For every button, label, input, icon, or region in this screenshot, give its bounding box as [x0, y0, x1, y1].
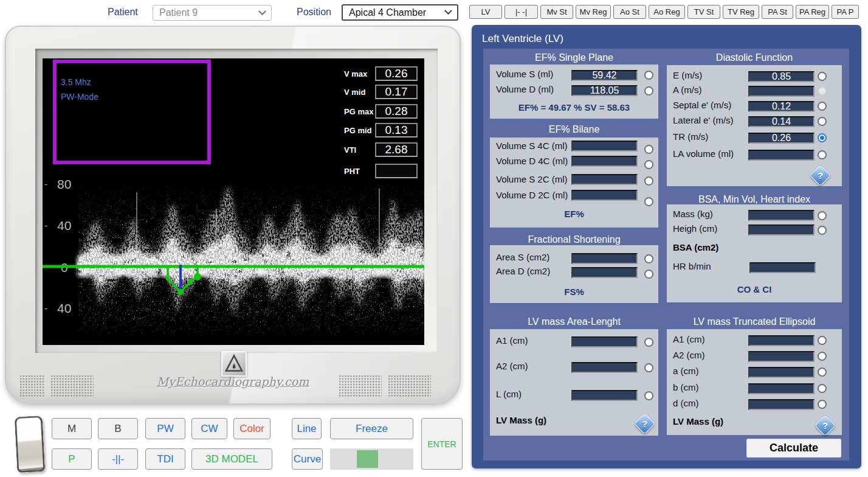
- pw-button[interactable]: PW: [145, 418, 185, 439]
- curve-button[interactable]: Curve: [292, 448, 323, 470]
- field-radio[interactable]: [818, 384, 827, 393]
- measurement-value-v-mid[interactable]: 0.17: [375, 85, 418, 99]
- field-label: A1 (cm): [496, 335, 528, 346]
- field-radio[interactable]: [818, 400, 827, 409]
- field-input[interactable]: [748, 150, 815, 161]
- field-input[interactable]: 59.42: [571, 70, 638, 81]
- mode-button-tv-reg[interactable]: TV Reg: [723, 5, 759, 19]
- trace-handle[interactable]: [188, 280, 193, 285]
- field-radio[interactable]: [818, 133, 827, 142]
- patient-select[interactable]: Patient 9: [153, 5, 272, 21]
- measurement-value-pg-mid[interactable]: 0.13: [375, 123, 418, 138]
- p-button[interactable]: P: [52, 448, 92, 470]
- doppler-baseline[interactable]: [43, 265, 424, 268]
- field-input[interactable]: [571, 267, 638, 278]
- field-radio[interactable]: [644, 145, 653, 154]
- help-icon[interactable]: ?: [634, 413, 655, 434]
- field-radio[interactable]: [644, 197, 653, 206]
- field-radio[interactable]: [644, 71, 653, 80]
- field-input[interactable]: 0.85: [748, 71, 815, 82]
- color-button[interactable]: Color: [233, 418, 270, 439]
- ultrasound-probe[interactable]: [15, 416, 46, 473]
- mode-button-pa-reg[interactable]: PA Reg: [796, 5, 829, 19]
- field-input[interactable]: [571, 362, 638, 373]
- m-button-label: M: [67, 423, 76, 435]
- mode-button-calipers[interactable]: |- -|: [505, 5, 538, 19]
- m-button[interactable]: M: [52, 418, 92, 439]
- mode-button-pa-st[interactable]: PA St: [762, 5, 793, 19]
- field-input[interactable]: 0.12: [748, 101, 815, 112]
- gain-slider[interactable]: [330, 448, 413, 470]
- field-radio[interactable]: [818, 117, 827, 126]
- hr-input[interactable]: [749, 262, 816, 273]
- field-radio[interactable]: [644, 363, 653, 372]
- field-radio[interactable]: [644, 160, 653, 169]
- field-label: Volume D 2C (ml): [496, 190, 568, 200]
- field-radio[interactable]: [644, 391, 653, 400]
- field-input[interactable]: 0.14: [748, 116, 815, 127]
- cw-button[interactable]: CW: [191, 418, 227, 439]
- mode-button-ao-st[interactable]: Ao St: [613, 5, 646, 19]
- help-icon[interactable]: ?: [815, 415, 836, 436]
- field-radio[interactable]: [644, 86, 653, 96]
- field-radio[interactable]: [818, 102, 827, 111]
- line-button[interactable]: Line: [292, 418, 322, 439]
- field-input[interactable]: [571, 141, 638, 151]
- measurement-value-vti[interactable]: 2.68: [375, 142, 418, 157]
- field-input[interactable]: [571, 156, 638, 167]
- field-input[interactable]: [748, 225, 815, 235]
- field-radio[interactable]: [644, 270, 653, 279]
- field-input[interactable]: [748, 383, 815, 394]
- measurement-value-pht[interactable]: [375, 164, 418, 178]
- help-icon[interactable]: ?: [810, 165, 831, 186]
- field-input[interactable]: [748, 86, 815, 97]
- calculate-button[interactable]: Calculate: [746, 439, 841, 458]
- field-radio[interactable]: [644, 338, 653, 347]
- field-input[interactable]: [571, 336, 638, 347]
- gain-slider-handle[interactable]: [357, 450, 378, 468]
- field-radio[interactable]: [818, 86, 827, 96]
- field-radio[interactable]: [818, 72, 827, 81]
- mode-button-lv[interactable]: LV: [469, 5, 502, 19]
- field-input[interactable]: [571, 390, 638, 401]
- mode-button-tv-st[interactable]: TV St: [687, 5, 720, 19]
- measurement-value-v-max[interactable]: 0.26: [375, 66, 418, 81]
- field-input[interactable]: [571, 190, 638, 201]
- trace-handle[interactable]: [166, 277, 170, 280]
- mode-button-mv-st[interactable]: Mv St: [540, 5, 573, 19]
- trace-handle[interactable]: [194, 273, 201, 280]
- b-button[interactable]: B: [98, 418, 138, 439]
- field-input[interactable]: [748, 210, 815, 221]
- field-radio[interactable]: [818, 150, 827, 159]
- field-label: A2 (cm): [496, 361, 528, 371]
- result-ef-sv: EF% = 49.67 % SV = 58.63: [490, 102, 658, 113]
- field-radio[interactable]: [818, 367, 827, 377]
- field-input[interactable]: 0.26: [748, 133, 815, 144]
- field-input[interactable]: [748, 367, 815, 378]
- field-input[interactable]: 118.05: [571, 85, 638, 96]
- enter-button[interactable]: ENTER: [421, 418, 463, 470]
- lv-panel: Left Ventricle (LV) EF% Single Plane Vol…: [472, 25, 861, 468]
- tdi-button[interactable]: TDI: [145, 448, 185, 470]
- field-radio[interactable]: [818, 226, 827, 235]
- field-input[interactable]: [571, 253, 638, 264]
- field-radio[interactable]: [818, 352, 827, 361]
- freeze-button[interactable]: Freeze: [330, 418, 413, 439]
- field-radio[interactable]: [818, 336, 827, 345]
- mode-button-pa-p[interactable]: PA P: [832, 5, 859, 19]
- position-select[interactable]: Apical 4 Chamber: [342, 4, 458, 21]
- field-radio[interactable]: [644, 176, 653, 186]
- field-input[interactable]: [748, 399, 815, 410]
- 3d-model-button[interactable]: 3D MODEL: [191, 448, 272, 470]
- field-radio[interactable]: [818, 211, 827, 220]
- pause-button[interactable]: -||-: [98, 448, 138, 470]
- field-input[interactable]: [748, 351, 815, 362]
- trace-handle[interactable]: [177, 289, 184, 295]
- field-radio[interactable]: [644, 254, 653, 263]
- ultrasound-screen[interactable]: - 80 - 40 - 0 - 40 3.5 Mhz: [43, 58, 424, 345]
- mode-button-mv-reg[interactable]: Mv Reg: [576, 5, 611, 19]
- measurement-value-pg-max[interactable]: 0.28: [375, 104, 418, 119]
- field-input[interactable]: [748, 335, 815, 346]
- mode-button-ao-reg[interactable]: Ao Reg: [649, 5, 685, 19]
- field-input[interactable]: [571, 174, 638, 185]
